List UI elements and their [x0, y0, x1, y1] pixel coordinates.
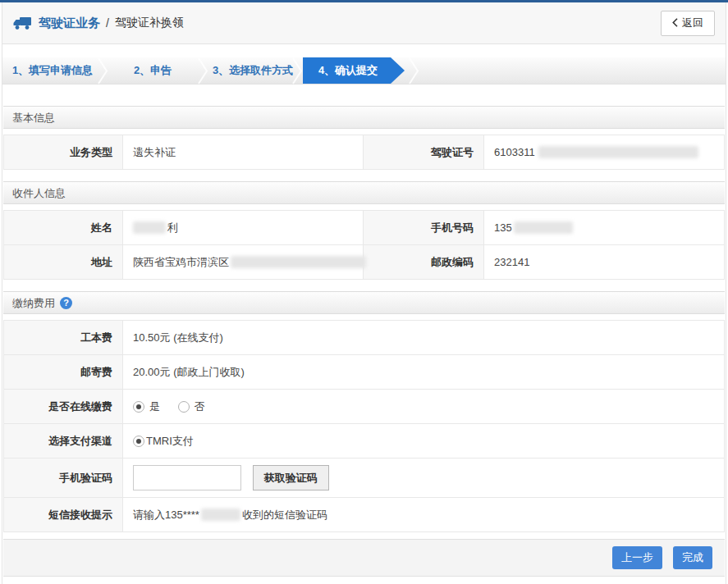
- postage-fee-label: 邮寄费: [4, 355, 123, 390]
- radio-no[interactable]: [178, 401, 190, 413]
- business-type-label: 业务类型: [4, 135, 123, 170]
- pay-online-label: 是否在线缴费: [4, 390, 123, 424]
- section-payment-header: 缴纳费用 ?: [3, 291, 725, 314]
- back-button[interactable]: 返回: [661, 11, 715, 36]
- redacted-text: [514, 221, 573, 234]
- back-button-label: 返回: [682, 16, 703, 30]
- name-label: 姓名: [4, 211, 123, 245]
- table-row: 工本费 10.50元 (在线支付): [4, 321, 725, 355]
- payment-table: 工本费 10.50元 (在线支付) 邮寄费 20.00元 (邮政上门收取) 是否…: [3, 320, 725, 532]
- table-row: 手机验证码 获取验证码: [4, 459, 725, 498]
- channel-label: 选择支付渠道: [4, 424, 123, 459]
- help-icon[interactable]: ?: [60, 297, 72, 309]
- business-type-value: 遗失补证: [123, 135, 364, 170]
- address-value: 陕西省宝鸡市渭滨区: [123, 245, 364, 280]
- chevron-left-icon: [672, 18, 678, 27]
- section-basic-info-title: 基本信息: [12, 107, 55, 129]
- truck-icon: [13, 16, 32, 30]
- sms-code-label: 手机验证码: [4, 459, 123, 498]
- phone-value: 135: [484, 211, 725, 245]
- footer-bar: 上一步 完成: [3, 539, 725, 577]
- step-separator-icon: [197, 57, 208, 84]
- breadcrumb-separator: /: [106, 16, 109, 30]
- radio-no-label: 否: [195, 400, 205, 413]
- finish-button[interactable]: 完成: [673, 546, 712, 569]
- postcode-value: 232141: [484, 245, 725, 280]
- license-no-label: 驾驶证号: [364, 135, 484, 170]
- page-title: 驾驶证业务: [39, 16, 100, 31]
- radio-tmri-label: TMRI支付: [146, 435, 194, 447]
- get-code-button[interactable]: 获取验证码: [253, 465, 329, 490]
- step-tab-2[interactable]: 2、申告: [103, 57, 203, 84]
- phone-label: 手机号码: [364, 211, 484, 245]
- sms-code-input[interactable]: [133, 465, 241, 490]
- recipient-info-table: 姓名 利 手机号码 135 地址 陕西省宝鸡市渭滨区 邮政编码 232141: [3, 210, 725, 280]
- step-tabs: 1、填写申请信息 2、申告 3、选择取件方式 4、确认提交: [2, 57, 726, 84]
- radio-yes[interactable]: [133, 401, 144, 413]
- page-frame: 驾驶证业务 / 驾驶证补换领 返回 1、填写申请信息 2、申告 3、选择取件方式…: [2, 2, 726, 584]
- sms-hint-text: 请输入135****收到的短信验证码: [123, 498, 725, 532]
- previous-step-button[interactable]: 上一步: [612, 546, 662, 569]
- radio-tmri[interactable]: [133, 436, 144, 447]
- table-row: 短信接收提示 请输入135****收到的短信验证码: [4, 498, 725, 532]
- production-fee-value: 10.50元 (在线支付): [123, 321, 725, 355]
- main-content: 基本信息 业务类型 遗失补证 驾驶证号 6103311 收件人信息 姓名 利 手…: [2, 106, 726, 577]
- basic-info-table: 业务类型 遗失补证 驾驶证号 6103311: [3, 135, 725, 170]
- address-label: 地址: [4, 245, 123, 280]
- radio-yes-label: 是: [149, 400, 160, 413]
- postage-fee-value: 20.00元 (邮政上门收取): [123, 355, 725, 390]
- breadcrumb-current: 驾驶证补换领: [115, 16, 184, 30]
- section-payment-title: 缴纳费用: [12, 292, 55, 314]
- redacted-text: [201, 509, 240, 521]
- table-row: 姓名 利 手机号码 135: [4, 211, 725, 245]
- table-row: 地址 陕西省宝鸡市渭滨区 邮政编码 232141: [4, 245, 725, 280]
- sms-hint-label: 短信接收提示: [4, 498, 123, 532]
- step-tab-3[interactable]: 3、选择取件方式: [203, 57, 303, 84]
- header: 驾驶证业务 / 驾驶证补换领 返回: [2, 2, 726, 44]
- step-tab-1[interactable]: 1、填写申请信息: [2, 57, 103, 84]
- postcode-label: 邮政编码: [364, 245, 484, 280]
- channel-options: TMRI支付: [123, 424, 725, 459]
- table-row: 是否在线缴费 是 否: [4, 390, 725, 424]
- sms-code-field: 获取验证码: [123, 459, 725, 498]
- table-row: 选择支付渠道 TMRI支付: [4, 424, 725, 459]
- license-no-value: 6103311: [484, 135, 725, 170]
- section-recipient-header: 收件人信息: [3, 181, 725, 204]
- step-separator-icon: [97, 57, 108, 84]
- section-basic-info-header: 基本信息: [3, 106, 725, 129]
- table-row: 邮寄费 20.00元 (邮政上门收取): [4, 355, 725, 390]
- redacted-text: [231, 256, 366, 268]
- production-fee-label: 工本费: [4, 321, 123, 355]
- step-separator-icon: [291, 57, 303, 84]
- step-separator-icon: [408, 57, 419, 84]
- step-tab-4-active[interactable]: 4、确认提交: [303, 57, 405, 84]
- pay-online-options: 是 否: [123, 390, 725, 424]
- redacted-text: [538, 146, 698, 158]
- section-recipient-title: 收件人信息: [12, 182, 66, 204]
- name-value: 利: [123, 211, 364, 245]
- table-row: 业务类型 遗失补证 驾驶证号 6103311: [4, 135, 725, 170]
- redacted-text: [133, 221, 166, 234]
